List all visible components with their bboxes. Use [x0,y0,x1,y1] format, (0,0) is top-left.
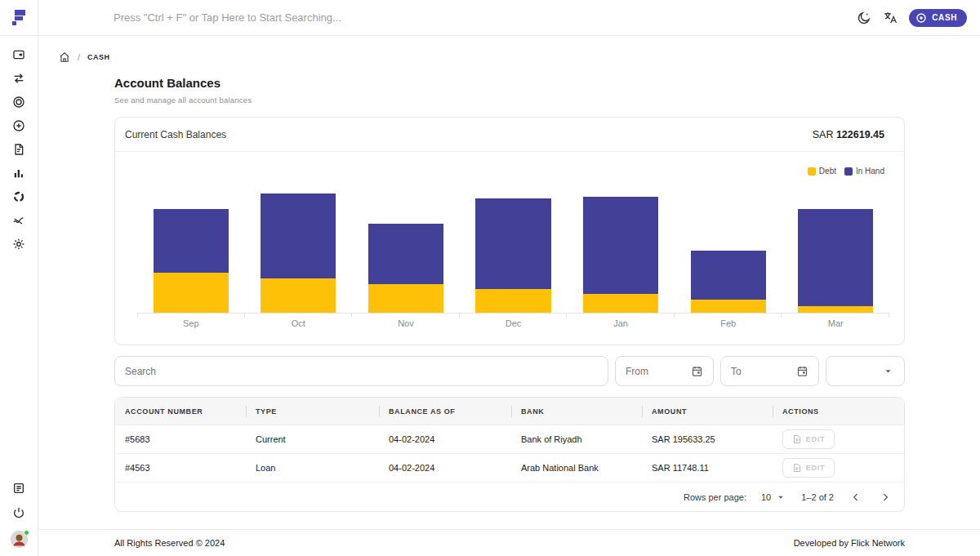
column-header-type: Type [246,407,379,416]
cash-balances-card: Current Cash Balances SAR 122619.45 Debt… [114,117,905,345]
bar-segment-in-hand [583,197,658,294]
user-avatar[interactable] [11,531,28,548]
search-input[interactable] [125,366,598,377]
column-header-bank: Bank [511,407,642,416]
bar-segment-in-hand [691,251,766,300]
edit-icon [792,434,802,444]
search-field[interactable] [114,356,608,386]
x-axis-label-mar: Mar [782,318,889,328]
developer-credit: Developed by Flick Network [794,538,905,548]
bar-segment-debt [691,300,766,313]
chart-plot [137,153,889,314]
chart-column-feb [675,153,782,313]
chevron-down-icon [882,365,894,377]
column-header-account-number: Account Number [115,407,246,416]
previous-page-button[interactable] [849,490,863,505]
cash-button-label: CASH [932,13,957,22]
rows-per-page-select[interactable]: 10 [761,492,786,503]
currency-label: SAR [813,129,836,140]
bar-segment-in-hand [368,224,443,284]
column-header-balance-as-of: Balance As Of [379,407,511,416]
flick-logo[interactable] [12,10,25,25]
column-header-actions: Actions [773,407,904,416]
copyright-text: All Rights Reserved © 2024 [114,538,225,548]
total-balance: SAR 122619.45 [813,129,884,140]
chart-card-title: Current Cash Balances [125,129,226,140]
from-date-field[interactable]: From [615,356,714,386]
sidebar [0,0,38,556]
dark-mode-moon-icon[interactable] [857,11,871,25]
bar-segment-debt [583,294,658,313]
rows-per-page-value: 10 [761,492,771,502]
to-date-field[interactable]: To [720,356,819,386]
add-circle-icon[interactable] [12,119,25,132]
bar-segment-debt [261,278,336,313]
edit-icon [792,463,802,473]
calendar-icon[interactable] [796,365,808,377]
bar-segment-in-hand [261,193,336,278]
chart-column-sep [137,153,245,313]
cell-type: Current [246,434,379,444]
transfer-arrows-icon[interactable] [12,72,25,85]
notes-icon[interactable] [12,482,25,495]
x-axis-label-dec: Dec [460,318,568,328]
pagination-range: 1–2 of 2 [801,492,834,502]
cell-balance-as-of: 04-02-2024 [379,463,511,473]
record-circle-icon [915,12,927,24]
calendar-icon[interactable] [691,365,703,377]
bar-segment-debt [475,289,550,313]
sync-donut-icon[interactable] [12,190,25,203]
edit-button[interactable]: EDIT [782,458,835,478]
cash-module-button[interactable]: CASH [909,9,967,27]
global-search-input[interactable]: Press "Ctrl + F" or Tap Here to Start Se… [114,11,845,24]
bar-segment-in-hand [154,209,229,273]
type-select[interactable] [826,356,905,386]
page-title: Account Balances [114,76,980,90]
page-head: Account Balances See and manage all acco… [114,76,980,105]
column-header-amount: Amount [642,407,773,416]
wallet-icon[interactable] [12,48,25,61]
accounts-table: Account Number Type Balance As Of Bank A… [114,397,905,512]
x-axis-label-jan: Jan [567,318,675,328]
page-subtitle: See and manage all account balances [114,96,980,105]
sidebar-nav [12,36,25,482]
gear-icon[interactable] [12,238,25,251]
cell-bank: Bank of Riyadh [511,434,642,444]
sidebar-logo-area [0,0,38,36]
x-axis-label-oct: Oct [245,318,353,328]
bar-chart-icon[interactable] [12,167,25,180]
target-icon[interactable] [12,96,25,109]
cell-type: Loan [246,463,379,473]
power-icon[interactable] [12,506,25,519]
edit-button[interactable]: EDIT [782,429,835,449]
edit-button-label: EDIT [806,435,826,443]
cell-amount: SAR 195633.25 [642,434,773,444]
invoice-icon[interactable] [12,143,25,156]
trend-line-icon[interactable] [12,214,25,227]
footer: All Rights Reserved © 2024 Developed by … [38,529,980,556]
breadcrumb-cash: CASH [87,53,110,61]
bar-segment-debt [798,306,873,313]
to-date-placeholder: To [731,366,742,377]
table-header-row: Account Number Type Balance As Of Bank A… [115,398,904,425]
table-pagination: Rows per page: 10 1–2 of 2 [115,483,904,511]
filter-bar: From To [114,356,905,386]
cell-balance-as-of: 04-02-2024 [379,434,511,444]
chart-column-mar [782,153,889,313]
home-icon[interactable] [59,51,70,63]
chart-card-header: Current Cash Balances SAR 122619.45 [115,118,904,152]
chart-xaxis: SepOctNovDecJanFebMar [137,318,889,328]
chart-column-oct [245,153,353,313]
chevron-down-icon [775,492,786,503]
breadcrumb: / CASH [59,51,980,63]
next-page-button[interactable] [878,490,893,505]
rows-per-page-label: Rows per page: [684,492,746,502]
table-row: #4563 Loan 04-02-2024 Arab National Bank… [115,454,904,483]
translate-icon[interactable] [883,11,898,25]
page-content: / CASH Account Balances See and manage a… [38,36,980,529]
top-header: Press "Ctrl + F" or Tap Here to Start Se… [38,0,980,36]
table-row: #5683 Current 04-02-2024 Bank of Riyadh … [115,425,904,454]
x-axis-label-nov: Nov [352,318,460,328]
cell-amount: SAR 11748.11 [642,463,773,473]
bar-segment-debt [368,284,443,313]
